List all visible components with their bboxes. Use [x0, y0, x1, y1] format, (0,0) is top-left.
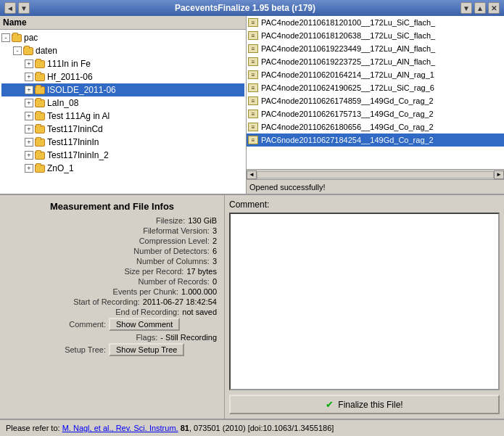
file-icon: [248, 57, 258, 66]
tree-item[interactable]: -pac: [1, 31, 244, 44]
flags-label: Flags:: [7, 333, 160, 342]
titlebar-left-buttons: ◄ ▼: [4, 2, 30, 14]
file-row[interactable]: PAC4node20110619223725__172Lu_AlN_flach_: [247, 55, 504, 68]
tree-toggle[interactable]: +: [25, 112, 33, 120]
file-name: PAC4node20110619223449__172Lu_AlN_flach_: [261, 44, 435, 53]
file-row[interactable]: PAC4node20110626175713__149Gd_Co_rag_2: [247, 107, 504, 120]
info-row: End of Recording:not saved: [7, 308, 217, 316]
folder-icon: [12, 34, 22, 42]
folder-icon: [35, 86, 45, 94]
file-name: PAC4node20110624190625__172Lu_SiC_rag_6: [261, 83, 434, 92]
info-row-label: Compression Level:: [7, 236, 212, 245]
info-row-label: Number of Columns:: [7, 257, 212, 266]
tree-toggle[interactable]: +: [25, 59, 33, 68]
info-rows-container: Filesize:130 GiBFileformat Version:3Comp…: [7, 216, 217, 316]
tree-item-label: daten: [36, 46, 57, 56]
file-row[interactable]: PAC4node20110624190625__172Lu_SiC_rag_6: [247, 81, 504, 94]
folder-icon: [35, 60, 45, 68]
hscroll-left-btn[interactable]: ◄: [247, 170, 257, 179]
tree-item[interactable]: +111In in Fe: [1, 57, 244, 70]
info-title: Measurement and File Infos: [7, 201, 217, 212]
file-name: PAC4node20110618120100__172Lu_SiC_flach_: [261, 18, 435, 27]
file-row[interactable]: PAC6node20110627184254__149Gd_Co_rag_2: [247, 133, 504, 147]
folder-icon: [35, 152, 45, 160]
finalize-checkmark: ✔: [326, 399, 334, 410]
titlebar-btn-maximize[interactable]: ▲: [474, 2, 486, 14]
tree-item-label: Test117IninIn: [47, 137, 99, 147]
hscroll-right-btn[interactable]: ►: [494, 170, 504, 179]
file-row[interactable]: PAC4node20110619223449__172Lu_AlN_flach_: [247, 42, 504, 55]
tree-item-label: Test117IninIn_2: [47, 150, 109, 160]
tree-toggle[interactable]: +: [25, 125, 33, 133]
file-icon: [248, 18, 258, 27]
info-row: Number of Detectors:6: [7, 247, 217, 255]
tree-toggle[interactable]: +: [25, 151, 33, 160]
tree-item-label: pac: [24, 33, 38, 43]
info-row-label: Fileformat Version:: [7, 226, 212, 235]
tree-item[interactable]: +ZnO_1: [1, 162, 244, 175]
titlebar-btn-close[interactable]: ✕: [488, 2, 500, 14]
file-row[interactable]: PAC4node20110618120638__172Lu_SiC_flach_: [247, 29, 504, 42]
file-row[interactable]: PAC4node20110620164214__172Lu_AlN_rag_1: [247, 68, 504, 81]
file-icon: [248, 123, 258, 131]
comment-textarea[interactable]: [229, 213, 500, 390]
info-row-value: 2: [212, 236, 217, 245]
file-row[interactable]: PAC4node20110626180656__149Gd_Co_rag_2: [247, 120, 504, 133]
info-row: Size per Record:17 bytes: [7, 267, 217, 276]
tree-toggle[interactable]: +: [25, 99, 33, 107]
info-row-label: Start of Recording:: [7, 297, 143, 306]
show-setup-button[interactable]: Show Setup Tree: [109, 343, 184, 356]
file-tree-panel: Name -pac-daten+111In in Fe+Hf_2011-06+I…: [0, 16, 247, 194]
tree-container: -pac-daten+111In in Fe+Hf_2011-06+ISOLDE…: [0, 30, 246, 176]
file-row[interactable]: PAC4node20110618120100__172Lu_SiC_flach_: [247, 16, 504, 29]
info-row-value: 1.000.000: [181, 287, 217, 296]
tree-item-label: Hf_2011-06: [47, 72, 93, 82]
window-title: PaceventsFinalize 1.95 beta (r179): [30, 3, 460, 13]
file-list-hscrollbar[interactable]: ◄ ►: [247, 169, 504, 179]
tree-item-label: ZnO_1: [47, 163, 74, 173]
folder-icon: [35, 73, 45, 81]
tree-toggle[interactable]: +: [25, 164, 33, 173]
file-list-area: PAC4node20110618120100__172Lu_SiC_flach_…: [247, 16, 504, 169]
bottom-section: Measurement and File Infos Filesize:130 …: [0, 194, 504, 419]
tree-item[interactable]: +Test117IninIn_2: [1, 149, 244, 162]
tree-toggle[interactable]: +: [25, 86, 33, 94]
tree-item-label: Test 111Ag in Al: [47, 111, 110, 121]
comment-field-label: Comment:: [7, 320, 109, 329]
tree-item[interactable]: +Test 111Ag in Al: [1, 110, 244, 123]
finalize-button[interactable]: ✔ Finalize this File!: [229, 395, 500, 414]
info-row-value: 3: [212, 226, 217, 235]
tree-item[interactable]: +Hf_2011-06: [1, 70, 244, 83]
flags-value: - Still Recording: [160, 333, 217, 342]
footer-link[interactable]: M. Nagl, et al., Rev. Sci. Instrum.: [62, 424, 178, 432]
tree-toggle[interactable]: -: [13, 46, 22, 55]
info-row-value: 6: [212, 247, 217, 255]
show-comment-button[interactable]: Show Comment: [109, 318, 180, 331]
tree-item[interactable]: -daten: [1, 44, 244, 57]
footer-suffix: , 073501 (2010) [doi:10.1063/1.3455186]: [189, 424, 334, 432]
setup-row: Setup Tree: Show Setup Tree: [7, 343, 217, 356]
info-row-label: Filesize:: [7, 216, 188, 225]
tree-item[interactable]: +Test117IninCd: [1, 123, 244, 136]
file-icon: [248, 44, 258, 53]
tree-toggle[interactable]: +: [25, 73, 33, 81]
footer-bold: 81: [181, 424, 189, 432]
file-row[interactable]: PAC4node20110626174859__149Gd_Co_rag_2: [247, 94, 504, 107]
tree-item[interactable]: +ISOLDE_2011-06: [1, 83, 244, 96]
tree-toggle[interactable]: +: [25, 138, 33, 147]
tree-scroll-area[interactable]: -pac-daten+111In in Fe+Hf_2011-06+ISOLDE…: [0, 30, 246, 194]
folder-icon: [35, 99, 45, 107]
tree-toggle[interactable]: -: [1, 33, 10, 42]
titlebar-btn-dropdown[interactable]: ▼: [460, 2, 472, 14]
info-row-label: Size per Record:: [7, 267, 186, 276]
info-row-value: not saved: [182, 308, 217, 316]
tree-item[interactable]: +LaIn_08: [1, 96, 244, 110]
hscroll-track: [257, 171, 494, 178]
tree-item[interactable]: +Test117IninIn: [1, 136, 244, 149]
titlebar-btn-back[interactable]: ◄: [4, 2, 16, 14]
file-list-scroll[interactable]: PAC4node20110618120100__172Lu_SiC_flach_…: [247, 16, 504, 169]
titlebar-btn-menu[interactable]: ▼: [18, 2, 30, 14]
status-bar: Opened successfully!: [247, 179, 504, 194]
info-row: Number of Records:0: [7, 277, 217, 286]
info-row: Events per Chunk:1.000.000: [7, 287, 217, 296]
